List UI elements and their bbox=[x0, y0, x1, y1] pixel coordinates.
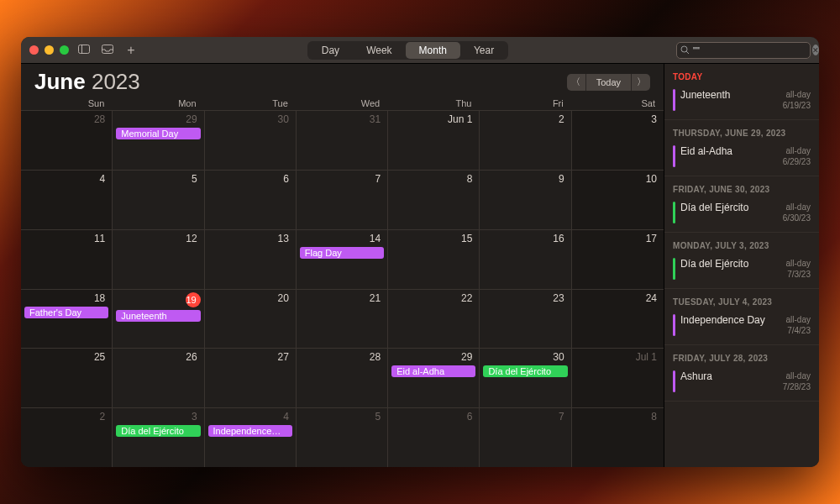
day-cell[interactable]: 31 bbox=[297, 110, 388, 170]
event-pill[interactable]: Día del Ejército bbox=[116, 425, 200, 437]
clear-search-icon[interactable]: ✕ bbox=[812, 45, 819, 55]
event-title: Independence Day bbox=[680, 314, 781, 336]
day-cell[interactable]: 3 bbox=[572, 110, 664, 170]
day-cell[interactable]: 24 bbox=[572, 289, 664, 349]
day-cell[interactable]: 30 bbox=[205, 110, 297, 170]
sidebar-event[interactable]: Juneteenthall-day6/19/23 bbox=[664, 86, 819, 120]
day-cell[interactable]: 29Eid al-Adha bbox=[388, 348, 480, 407]
today-button[interactable]: Today bbox=[585, 74, 632, 91]
event-pill[interactable]: Independence… bbox=[208, 425, 292, 437]
day-cell[interactable]: 2 bbox=[21, 407, 113, 467]
day-number: 15 bbox=[391, 233, 475, 244]
day-cell[interactable]: Jun 1 bbox=[388, 110, 480, 170]
day-number: 6 bbox=[208, 173, 292, 185]
event-pill[interactable]: Juneteenth bbox=[116, 310, 200, 322]
calendar-main: June 2023 〈 Today 〉 SunMonTueWedThuFriSa… bbox=[21, 64, 664, 467]
day-cell[interactable]: 26 bbox=[113, 348, 204, 407]
day-cell[interactable]: 2 bbox=[480, 110, 571, 170]
event-pill[interactable]: Father's Day bbox=[24, 307, 108, 318]
minimize-icon[interactable] bbox=[45, 45, 54, 55]
day-number: 13 bbox=[208, 233, 292, 244]
weekday-header: SunMonTueWedThuFriSat bbox=[21, 98, 664, 110]
day-number: 23 bbox=[483, 292, 567, 304]
prev-month-button[interactable]: 〈 bbox=[567, 74, 585, 91]
dow-label: Wed bbox=[297, 98, 388, 108]
day-number: 25 bbox=[24, 351, 108, 363]
day-cell[interactable]: 6 bbox=[388, 407, 480, 467]
next-month-button[interactable]: 〉 bbox=[632, 74, 650, 91]
day-cell[interactable]: 8 bbox=[388, 170, 480, 229]
day-number: 30 bbox=[483, 351, 567, 363]
day-cell[interactable]: 27 bbox=[205, 348, 297, 407]
view-week[interactable]: Week bbox=[353, 42, 405, 59]
day-cell[interactable]: 7 bbox=[480, 407, 571, 467]
dow-label: Tue bbox=[205, 98, 297, 108]
day-cell[interactable]: 25 bbox=[21, 348, 113, 407]
day-cell[interactable]: 28 bbox=[297, 348, 388, 407]
day-cell[interactable]: 16 bbox=[480, 229, 571, 289]
day-number: 2 bbox=[24, 411, 108, 423]
event-pill[interactable]: Flag Day bbox=[300, 247, 384, 259]
day-cell[interactable]: 11 bbox=[21, 229, 113, 289]
day-cell[interactable]: 9 bbox=[480, 170, 571, 229]
day-cell[interactable]: 4Independence… bbox=[205, 407, 297, 467]
day-number: 20 bbox=[208, 292, 292, 304]
event-pill[interactable]: Memorial Day bbox=[116, 128, 200, 139]
sidebar-event[interactable]: Día del Ejércitoall-day7/3/23 bbox=[664, 255, 819, 289]
day-number: 5 bbox=[300, 411, 384, 423]
day-cell[interactable]: 12 bbox=[113, 229, 204, 289]
add-icon[interactable]: + bbox=[123, 43, 139, 58]
event-pill[interactable]: Eid al-Adha bbox=[391, 365, 475, 377]
view-year[interactable]: Year bbox=[460, 42, 507, 59]
day-cell[interactable]: 19Juneteenth bbox=[113, 289, 204, 349]
day-cell[interactable]: 8 bbox=[572, 407, 664, 467]
day-cell[interactable]: 7 bbox=[297, 170, 388, 229]
day-number: Jun 1 bbox=[391, 113, 475, 125]
sidebar-date-header: Thursday, June 29, 2023 bbox=[664, 120, 819, 142]
color-bar bbox=[673, 89, 675, 111]
close-icon[interactable] bbox=[29, 45, 39, 55]
day-cell[interactable]: 29Memorial Day bbox=[113, 110, 204, 170]
day-cell[interactable]: 6 bbox=[205, 170, 297, 229]
inbox-icon[interactable] bbox=[99, 44, 116, 56]
day-cell[interactable]: 14Flag Day bbox=[297, 229, 388, 289]
day-cell[interactable]: 22 bbox=[388, 289, 480, 349]
day-cell[interactable]: 20 bbox=[205, 289, 297, 349]
day-cell[interactable]: 13 bbox=[205, 229, 297, 289]
event-meta: all-day6/30/23 bbox=[783, 202, 811, 223]
day-cell[interactable]: 18Father's Day bbox=[21, 289, 113, 349]
day-cell[interactable]: 28 bbox=[21, 110, 113, 170]
color-bar bbox=[673, 202, 675, 223]
search-field[interactable]: ✕ bbox=[676, 42, 811, 59]
color-bar bbox=[673, 314, 675, 336]
day-number: 31 bbox=[300, 113, 384, 125]
sidebar-event[interactable]: Independence Dayall-day7/4/23 bbox=[664, 311, 819, 345]
day-cell[interactable]: 21 bbox=[297, 289, 388, 349]
day-cell[interactable]: 23 bbox=[480, 289, 571, 349]
event-title: Día del Ejército bbox=[680, 258, 781, 280]
day-cell[interactable]: 5 bbox=[297, 407, 388, 467]
sidebar-event[interactable]: Ashuraall-day7/28/23 bbox=[664, 367, 819, 402]
day-number: 30 bbox=[208, 113, 292, 125]
day-cell[interactable]: 17 bbox=[572, 229, 664, 289]
view-month[interactable]: Month bbox=[406, 42, 460, 59]
day-cell[interactable]: 4 bbox=[21, 170, 113, 229]
dow-label: Fri bbox=[480, 98, 571, 108]
sidebar-event[interactable]: Eid al-Adhaall-day6/29/23 bbox=[664, 142, 819, 176]
view-day[interactable]: Day bbox=[308, 42, 353, 59]
day-cell[interactable]: Jul 1 bbox=[572, 348, 664, 407]
day-cell[interactable]: 15 bbox=[388, 229, 480, 289]
fullscreen-icon[interactable] bbox=[60, 45, 69, 55]
day-cell[interactable]: 5 bbox=[113, 170, 204, 229]
day-cell[interactable]: 30Día del Ejército bbox=[480, 348, 571, 407]
events-sidebar[interactable]: TodayJuneteenthall-day6/19/23Thursday, J… bbox=[664, 64, 819, 467]
search-input[interactable] bbox=[693, 45, 809, 55]
sidebar-toggle-icon[interactable] bbox=[76, 44, 92, 56]
day-cell[interactable]: 10 bbox=[572, 170, 664, 229]
day-cell[interactable]: 3Día del Ejército bbox=[113, 407, 204, 467]
month-grid: 2829Memorial Day3031Jun 1234567891011121… bbox=[21, 110, 664, 467]
event-pill[interactable]: Día del Ejército bbox=[483, 365, 567, 377]
sidebar-event[interactable]: Día del Ejércitoall-day6/30/23 bbox=[664, 198, 819, 233]
day-number: 2 bbox=[483, 113, 567, 125]
day-number: 12 bbox=[116, 233, 200, 244]
